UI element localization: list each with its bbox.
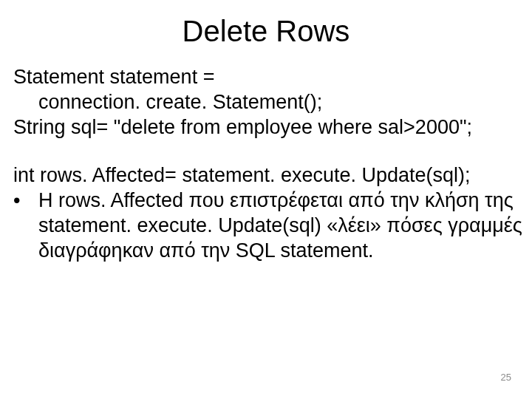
bullet-text: Η rows. Affected που επιστρέφεται από τη… <box>38 188 525 263</box>
code-line-4: int rows. Affected= statement. execute. … <box>13 163 525 188</box>
code-line-1: Statement statement = <box>13 65 525 90</box>
page-number: 25 <box>501 372 511 383</box>
spacer <box>13 140 525 163</box>
bullet-mark: • <box>13 188 38 263</box>
code-line-3: String sql= "delete from employee where … <box>13 115 525 140</box>
code-line-2: connection. create. Statement(); <box>13 90 525 115</box>
slide-title: Delete Rows <box>0 15 532 48</box>
bullet-item: • Η rows. Affected που επιστρέφεται από … <box>13 188 525 263</box>
slide-body: Statement statement = connection. create… <box>13 65 525 263</box>
slide: Delete Rows Statement statement = connec… <box>0 0 532 399</box>
